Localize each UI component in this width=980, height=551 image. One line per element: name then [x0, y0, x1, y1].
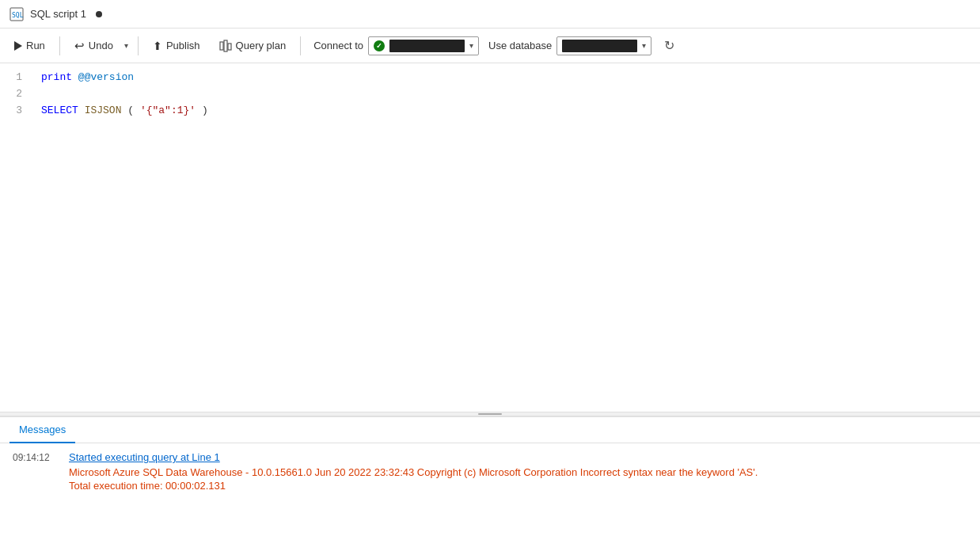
query-plan-button[interactable]: Query plan	[211, 35, 294, 56]
messages-panel: Messages 09:14:12 Started executing quer…	[0, 416, 980, 551]
message-body: Started executing query at Line 1 Micros…	[69, 451, 967, 492]
messages-content: 09:14:12 Started executing query at Line…	[0, 443, 980, 551]
keyword-select: SELECT	[41, 104, 78, 116]
database-value	[562, 40, 637, 52]
fn-isjson: ISJSON	[85, 104, 122, 116]
message-error: Microsoft Azure SQL Data Warehouse - 10.…	[69, 466, 967, 478]
sql-script-icon: SQL	[9, 7, 24, 21]
code-line-2	[41, 86, 971, 103]
code-line-1: print @@version	[41, 70, 971, 86]
keyword-print: print	[41, 71, 72, 83]
publish-icon: ⬆	[153, 40, 162, 52]
query-plan-icon	[219, 39, 232, 52]
undo-dropdown-button[interactable]: ▾	[121, 37, 131, 54]
string-literal: '{"a":1}'	[140, 104, 196, 116]
resize-handle-indicator	[478, 413, 502, 415]
message-time: 09:14:12	[13, 451, 56, 463]
run-label: Run	[26, 40, 45, 51]
line-number: 3	[0, 103, 22, 120]
separator-2	[138, 36, 139, 55]
line-number: 1	[0, 70, 22, 86]
connect-dropdown-arrow-icon: ▾	[469, 41, 473, 50]
editor-container: 1 2 3 print @@version SELECT ISJSON ( '{…	[0, 63, 980, 551]
run-button[interactable]: Run	[6, 36, 53, 55]
connect-to-label: Connect to	[313, 40, 363, 51]
use-database-dropdown[interactable]: ▾	[556, 36, 651, 55]
code-line-3: SELECT ISJSON ( '{"a":1}' )	[41, 103, 971, 120]
code-editor[interactable]: print @@version SELECT ISJSON ( '{"a":1}…	[32, 63, 980, 412]
refresh-button[interactable]: ↻	[658, 35, 680, 57]
title-bar: SQL SQL script 1	[0, 0, 980, 28]
message-link[interactable]: Started executing query at Line 1	[69, 451, 220, 463]
undo-label: Undo	[89, 40, 113, 51]
connection-value	[389, 40, 465, 52]
svg-text:SQL: SQL	[12, 12, 24, 19]
run-icon	[14, 41, 22, 51]
tab-title: SQL script 1	[30, 8, 86, 20]
messages-tabs: Messages	[0, 417, 980, 443]
query-plan-label: Query plan	[236, 40, 287, 51]
toolbar: Run ↩ Undo ▾ ⬆ Publish Query plan Connec…	[0, 28, 980, 63]
message-info: Total execution time: 00:00:02.131	[69, 480, 967, 492]
message-entry: 09:14:12 Started executing query at Line…	[13, 451, 967, 492]
connect-to-group: Connect to ▾	[313, 36, 479, 55]
line-numbers: 1 2 3	[0, 63, 32, 412]
use-database-group: Use database ▾	[488, 36, 651, 55]
variable-version: @@version	[78, 71, 134, 83]
svg-rect-4	[228, 44, 231, 50]
separator-3	[300, 36, 301, 55]
undo-button[interactable]: ↩ Undo	[66, 35, 121, 57]
separator-1	[59, 36, 60, 55]
publish-label: Publish	[166, 40, 200, 51]
undo-group: ↩ Undo ▾	[66, 35, 131, 57]
unsaved-indicator	[96, 11, 102, 17]
line-number: 2	[0, 86, 22, 103]
database-dropdown-arrow-icon: ▾	[642, 41, 646, 50]
editor-area[interactable]: 1 2 3 print @@version SELECT ISJSON ( '{…	[0, 63, 980, 412]
connection-status-dot	[374, 40, 385, 51]
tab-messages[interactable]: Messages	[9, 417, 75, 443]
undo-icon: ↩	[74, 39, 85, 53]
refresh-icon: ↻	[664, 38, 674, 53]
publish-button[interactable]: ⬆ Publish	[145, 36, 208, 56]
connect-to-dropdown[interactable]: ▾	[368, 36, 479, 55]
svg-rect-3	[224, 40, 227, 51]
use-database-label: Use database	[488, 40, 552, 51]
svg-rect-2	[220, 42, 223, 50]
